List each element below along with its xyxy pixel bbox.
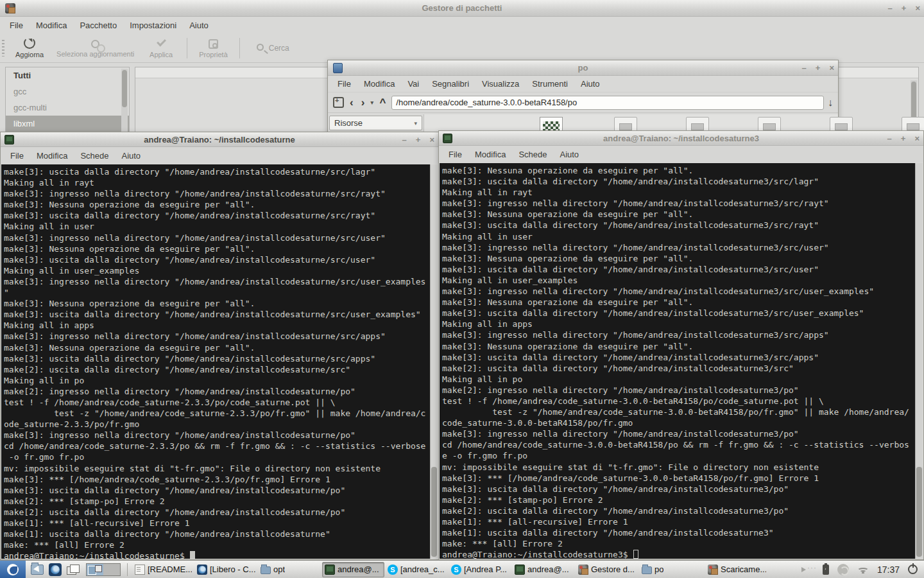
terminal-screen[interactable]: make[3]: uscita dalla directory "/home/a… — [1, 164, 438, 559]
taskbar-button-opt[interactable]: opt — [259, 562, 321, 577]
browser-icon — [197, 565, 207, 575]
terminal-cursor — [190, 551, 195, 559]
minimize-button[interactable]: – — [402, 136, 407, 144]
window-terminal-installcodesaturne: andrea@Traiano: ~/installcodesaturne – +… — [0, 132, 439, 560]
clock[interactable]: 17:37 — [877, 565, 900, 575]
menu-file[interactable]: File — [4, 148, 30, 163]
taskbar-button-terminal-1[interactable]: andrea@... — [322, 562, 384, 577]
menu-file[interactable]: File — [4, 18, 29, 33]
maximize-button[interactable]: + — [816, 64, 821, 72]
menu-file[interactable]: File — [443, 147, 468, 162]
minimize-button[interactable]: – — [887, 134, 892, 143]
workspace-2[interactable] — [103, 564, 120, 575]
new-tab-icon[interactable] — [333, 97, 344, 108]
titlebar[interactable]: Gestore di pacchetti – + × — [0, 0, 924, 17]
applications-menu-button[interactable] — [0, 561, 26, 578]
taskbar-button-skype-chat[interactable]: S [andrea_c... — [386, 562, 448, 577]
menu-modifica[interactable]: Modifica — [358, 76, 400, 91]
terminal-cursor — [633, 550, 638, 559]
menu-segnalibri[interactable]: Segnalibri — [426, 76, 475, 91]
taskbar-button-gestore[interactable]: Gestore d... — [576, 562, 638, 577]
menu-aiuto[interactable]: Aiuto — [554, 147, 585, 162]
properties-icon — [209, 39, 218, 49]
menu-modifica[interactable]: Modifica — [31, 148, 73, 163]
system-tray: 17:37 — [801, 564, 924, 575]
properties-button[interactable]: Proprietà — [193, 37, 234, 60]
menu-logo-icon — [7, 564, 19, 575]
menu-impostazioni[interactable]: Impostazioni — [124, 18, 182, 33]
battery-icon[interactable] — [823, 565, 829, 575]
taskbar-button-terminal-2[interactable]: andrea@... — [513, 562, 575, 577]
menu-file[interactable]: File — [332, 76, 357, 91]
titlebar[interactable]: andrea@Traiano: ~/installcodesaturne3 – … — [439, 131, 923, 146]
menu-vai[interactable]: Vai — [402, 76, 425, 91]
menu-modifica[interactable]: Modifica — [30, 18, 73, 33]
refresh-icon — [24, 37, 35, 49]
volume-muted-icon[interactable] — [801, 565, 814, 574]
scrollbar[interactable] — [915, 163, 923, 559]
skype-icon: S — [388, 565, 398, 575]
workspace-switcher — [86, 563, 121, 576]
maximize-button[interactable]: + — [416, 136, 421, 144]
reload-button[interactable]: Aggiorna — [9, 36, 50, 60]
scrollbar-thumb[interactable] — [122, 70, 127, 107]
forward-button[interactable]: › — [359, 97, 367, 108]
toolbar-drag-handle[interactable] — [2, 40, 4, 57]
search-icon — [257, 44, 264, 51]
menu-aiuto[interactable]: Aiuto — [575, 76, 606, 91]
mark-upgrades-button[interactable]: Seleziona aggiornamenti — [50, 37, 141, 59]
terminal-screen[interactable]: make[3]: Nessuna operazione da eseguire … — [440, 163, 923, 559]
scrollbar-thumb[interactable] — [431, 467, 437, 557]
places-combobox[interactable]: Risorse ▾ — [329, 116, 422, 130]
power-icon[interactable] — [908, 565, 918, 574]
maximize-button[interactable]: + — [901, 134, 906, 143]
menu-strumenti[interactable]: Strumenti — [526, 76, 574, 91]
browser-launcher-icon[interactable] — [49, 563, 62, 576]
workspace-1[interactable] — [87, 564, 103, 575]
package-manager-icon — [578, 565, 588, 575]
menu-pacchetto[interactable]: Pacchetto — [74, 18, 123, 33]
menu-schede[interactable]: Schede — [513, 147, 552, 162]
maximize-button[interactable]: + — [902, 4, 907, 12]
apply-button[interactable]: Applica — [141, 36, 182, 60]
category-tutti[interactable]: Tutti — [6, 67, 129, 83]
titlebar[interactable]: andrea@Traiano: ~/installcodesaturne – +… — [1, 132, 438, 147]
category-libxml[interactable]: libxml — [6, 116, 129, 132]
menu-schede[interactable]: Schede — [74, 148, 114, 163]
terminal-output: make[3]: uscita dalla directory "/home/a… — [1, 164, 438, 550]
minimize-button[interactable]: – — [802, 64, 807, 72]
menu-aiuto[interactable]: Aiuto — [116, 148, 146, 163]
terminal-icon — [325, 565, 335, 575]
package-manager-icon — [708, 565, 718, 575]
scrollbar[interactable] — [430, 164, 438, 559]
category-gcc[interactable]: gcc — [6, 83, 129, 100]
search-button[interactable]: Cerca — [257, 44, 289, 53]
package-manager-icon — [5, 3, 15, 13]
wifi-icon[interactable] — [857, 565, 869, 574]
scrollbar-thumb[interactable] — [916, 467, 922, 557]
sync-status-icon[interactable] — [837, 564, 849, 575]
taskbar-button-skype-contact[interactable]: S [Andrea P... — [449, 562, 511, 577]
up-button[interactable]: ^ — [377, 97, 388, 108]
menu-visualizza[interactable]: Visualizza — [476, 76, 525, 91]
menu-aiuto[interactable]: Aiuto — [184, 18, 214, 33]
minimize-button[interactable]: – — [888, 4, 893, 12]
file-manager-launcher-icon[interactable] — [31, 565, 44, 575]
menu-modifica[interactable]: Modifica — [469, 147, 511, 162]
history-dropdown-icon[interactable]: ▾ — [370, 99, 373, 106]
download-arrow-icon[interactable]: ↓ — [828, 97, 833, 109]
taskbar-button-libero[interactable]: [Libero - C... — [195, 562, 257, 577]
close-button[interactable]: × — [429, 136, 434, 144]
back-button[interactable]: ‹ — [348, 97, 355, 108]
terminal-prompt-line: andrea@Traiano:~/installcodesaturne$ — [1, 550, 438, 559]
show-desktop-icon[interactable] — [67, 565, 80, 575]
taskbar-button-po[interactable]: po — [640, 562, 702, 577]
taskbar-button-scaricamento[interactable]: Scaricame... — [706, 562, 768, 577]
titlebar[interactable]: po – + × — [328, 60, 838, 76]
close-button[interactable]: × — [829, 64, 834, 72]
category-gcc-multi[interactable]: gcc-multi — [6, 100, 129, 116]
taskbar-button-readme[interactable]: [README... — [132, 562, 194, 577]
path-input[interactable] — [391, 96, 824, 110]
close-button[interactable]: × — [914, 134, 920, 143]
close-button[interactable]: × — [915, 4, 920, 12]
